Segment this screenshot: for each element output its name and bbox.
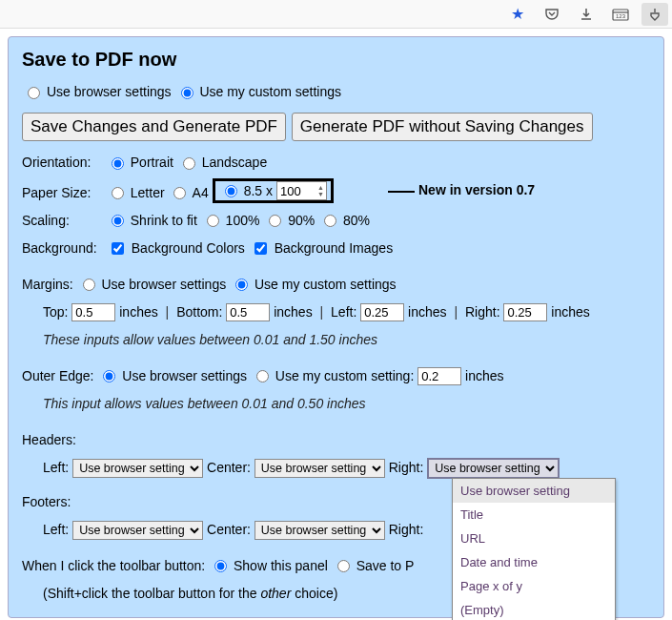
paper-letter-label: Letter: [131, 185, 165, 200]
save-and-generate-button[interactable]: Save Changes and Generate PDF: [22, 113, 286, 141]
margins-values-row: Top: inches | Bottom: inches | Left: inc…: [43, 300, 650, 323]
footer-right-label: Right:: [389, 522, 424, 537]
scale-shrink-radio[interactable]: [112, 215, 124, 227]
header-center-select[interactable]: Use browser setting: [255, 459, 385, 478]
bg-colors-label: Background Colors: [132, 240, 245, 256]
paper-size-row: Paper Size: Letter A4 8.5 x ▲▼: [22, 178, 650, 204]
paper-a4-radio[interactable]: [173, 187, 186, 199]
margins-row: Margins: Use browser settings Use my cus…: [22, 273, 650, 296]
panel-title: Save to PDF now: [22, 49, 650, 71]
outer-label: Outer Edge:: [22, 368, 94, 383]
header-center-label: Center:: [207, 460, 251, 475]
paper-custom-spinner[interactable]: ▲▼: [276, 181, 327, 200]
dropdown-item[interactable]: Title: [453, 503, 615, 527]
calendar-123-icon[interactable]: 123: [607, 3, 634, 26]
bg-images-label: Background Images: [275, 240, 394, 256]
header-right-select[interactable]: Use browser setting: [427, 458, 560, 479]
settings-mode-row: Use browser settings Use my custom setti…: [22, 80, 650, 103]
bg-images-checkbox[interactable]: [255, 242, 267, 255]
mode-browser-label: Use browser settings: [47, 84, 172, 99]
background-row: Background: Background Colors Background…: [22, 237, 650, 259]
callout-line: [388, 191, 415, 193]
tbclick-save-label: Save to P: [356, 558, 415, 573]
dropdown-item[interactable]: (Empty): [453, 598, 615, 620]
pocket-icon[interactable]: [539, 3, 565, 26]
margin-left-input[interactable]: [360, 303, 404, 321]
dropdown-item[interactable]: URL: [453, 527, 615, 550]
generate-no-save-button[interactable]: Generate PDF without Saving Changes: [292, 113, 593, 141]
tbclick-save-radio[interactable]: [337, 560, 350, 572]
scaling-label: Scaling:: [22, 209, 102, 232]
footer-center-label: Center:: [207, 522, 251, 537]
header-right-dropdown[interactable]: Use browser setting Title URL Date and t…: [452, 478, 616, 620]
outer-custom-label: Use my custom setting:: [275, 368, 415, 383]
margin-top-label: Top:: [43, 304, 68, 320]
svg-text:123: 123: [616, 13, 626, 19]
header-left-select[interactable]: Use browser setting: [72, 459, 203, 478]
landscape-radio[interactable]: [183, 157, 195, 170]
bg-colors-checkbox[interactable]: [112, 242, 124, 255]
scale-90-radio[interactable]: [269, 215, 281, 227]
outer-note: This input allows values between 0.01 an…: [43, 392, 650, 415]
margin-bottom-label: Bottom:: [176, 304, 222, 320]
margins-browser-radio[interactable]: [83, 279, 95, 291]
margins-label: Margins:: [22, 277, 73, 292]
header-left-label: Left:: [43, 460, 69, 475]
paper-a4-label: A4: [193, 185, 209, 200]
dropdown-item[interactable]: Date and time: [453, 550, 615, 574]
headers-label-row: Headers:: [22, 428, 650, 451]
paper-label: Paper Size:: [22, 181, 102, 204]
mode-browser-radio[interactable]: [28, 87, 40, 99]
scaling-row: Scaling: Shrink to fit 100% 90% 80%: [22, 209, 650, 232]
unit-label: inches: [465, 368, 503, 383]
extension-icon[interactable]: [641, 3, 668, 26]
outer-value-input[interactable]: [417, 367, 461, 385]
paper-custom-radio[interactable]: [225, 185, 237, 197]
paper-custom-input[interactable]: [277, 184, 317, 198]
scale-80-radio[interactable]: [324, 215, 336, 227]
scale-shrink-label: Shrink to fit: [131, 213, 197, 228]
footer-center-select[interactable]: Use browser setting: [255, 521, 385, 540]
mode-custom-radio[interactable]: [181, 87, 193, 99]
paper-custom-prefix: 8.5 x: [244, 179, 273, 202]
unit-label: inches: [274, 304, 312, 320]
landscape-label: Landscape: [202, 155, 268, 170]
scale-100-radio[interactable]: [207, 215, 219, 227]
margins-custom-radio[interactable]: [235, 279, 248, 291]
footer-left-label: Left:: [43, 522, 69, 537]
dropdown-item[interactable]: Use browser setting: [453, 479, 615, 503]
download-icon[interactable]: [573, 3, 600, 26]
headers-selects-row: Left: Use browser setting Center: Use br…: [43, 456, 650, 479]
margin-right-input[interactable]: [503, 303, 547, 321]
tbclick-show-radio[interactable]: [214, 560, 227, 572]
orientation-row: Orientation: Portrait Landscape: [22, 151, 650, 174]
bookmark-star-icon[interactable]: ★: [504, 3, 531, 26]
browser-toolbar: ★ 123: [0, 0, 672, 29]
unit-label: inches: [551, 304, 589, 320]
margin-top-input[interactable]: [71, 303, 115, 321]
outer-browser-radio[interactable]: [103, 370, 115, 382]
dropdown-item[interactable]: Page x of y: [453, 574, 615, 598]
unit-label: inches: [408, 304, 446, 320]
margins-custom-label: Use my custom settings: [255, 277, 397, 292]
margins-browser-label: Use browser settings: [101, 277, 226, 292]
background-label: Background:: [22, 237, 102, 259]
outer-custom-radio[interactable]: [256, 370, 269, 382]
paper-letter-radio[interactable]: [112, 187, 124, 199]
scale-100-label: 100%: [226, 213, 260, 228]
paper-custom-box: 8.5 x ▲▼: [213, 178, 334, 203]
outer-browser-label: Use browser settings: [122, 368, 247, 383]
unit-label: inches: [119, 304, 157, 320]
orientation-label: Orientation:: [22, 151, 102, 174]
tbclick-show-label: Show this panel: [234, 558, 328, 573]
save-to-pdf-panel: Save to PDF now Use browser settings Use…: [8, 36, 664, 618]
margin-bottom-input[interactable]: [226, 303, 270, 321]
margin-right-label: Right:: [465, 304, 500, 320]
footer-left-select[interactable]: Use browser setting: [72, 521, 203, 540]
action-buttons-row: Save Changes and Generate PDF Generate P…: [22, 113, 650, 141]
scale-90-label: 90%: [288, 213, 315, 228]
toolbar-click-label: When I click the toolbar button:: [22, 558, 205, 573]
spinner-arrows-icon[interactable]: ▲▼: [317, 184, 326, 197]
margin-left-label: Left:: [331, 304, 356, 320]
portrait-radio[interactable]: [112, 157, 124, 170]
